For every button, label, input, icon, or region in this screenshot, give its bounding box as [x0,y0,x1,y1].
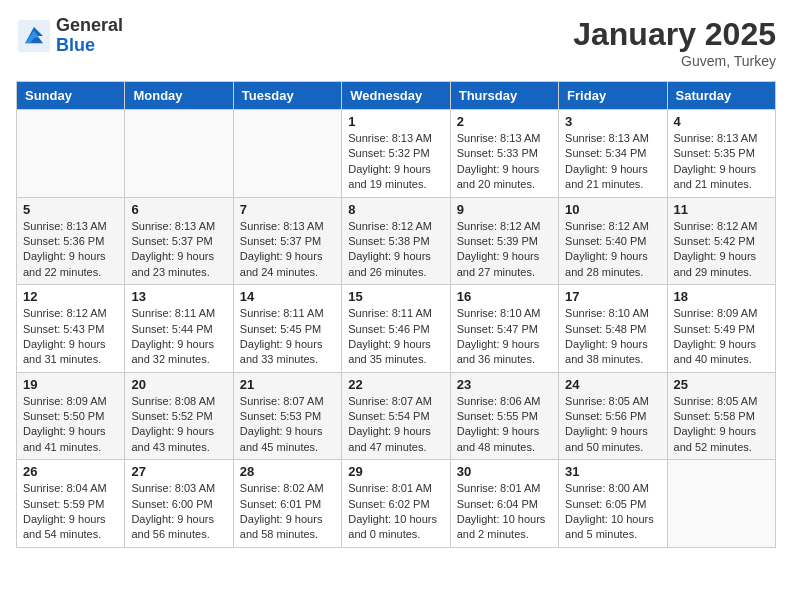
day-info: Sunrise: 8:13 AM Sunset: 5:34 PM Dayligh… [565,131,660,193]
day-cell: 28Sunrise: 8:02 AM Sunset: 6:01 PM Dayli… [233,460,341,548]
day-number: 3 [565,114,660,129]
day-info: Sunrise: 8:04 AM Sunset: 5:59 PM Dayligh… [23,481,118,543]
day-number: 12 [23,289,118,304]
day-number: 23 [457,377,552,392]
day-info: Sunrise: 8:12 AM Sunset: 5:40 PM Dayligh… [565,219,660,281]
day-cell: 15Sunrise: 8:11 AM Sunset: 5:46 PM Dayli… [342,285,450,373]
day-cell [667,460,775,548]
day-info: Sunrise: 8:01 AM Sunset: 6:04 PM Dayligh… [457,481,552,543]
location: Guvem, Turkey [573,53,776,69]
weekday-header-row: SundayMondayTuesdayWednesdayThursdayFrid… [17,82,776,110]
day-info: Sunrise: 8:10 AM Sunset: 5:47 PM Dayligh… [457,306,552,368]
day-number: 18 [674,289,769,304]
day-number: 4 [674,114,769,129]
logo-general: General [56,15,123,35]
day-cell: 2Sunrise: 8:13 AM Sunset: 5:33 PM Daylig… [450,110,558,198]
day-info: Sunrise: 8:13 AM Sunset: 5:35 PM Dayligh… [674,131,769,193]
day-cell: 17Sunrise: 8:10 AM Sunset: 5:48 PM Dayli… [559,285,667,373]
day-info: Sunrise: 8:03 AM Sunset: 6:00 PM Dayligh… [131,481,226,543]
day-info: Sunrise: 8:12 AM Sunset: 5:38 PM Dayligh… [348,219,443,281]
day-number: 22 [348,377,443,392]
day-cell: 1Sunrise: 8:13 AM Sunset: 5:32 PM Daylig… [342,110,450,198]
day-info: Sunrise: 8:13 AM Sunset: 5:32 PM Dayligh… [348,131,443,193]
day-cell: 20Sunrise: 8:08 AM Sunset: 5:52 PM Dayli… [125,372,233,460]
week-row-1: 1Sunrise: 8:13 AM Sunset: 5:32 PM Daylig… [17,110,776,198]
day-number: 5 [23,202,118,217]
day-number: 7 [240,202,335,217]
day-number: 8 [348,202,443,217]
day-cell [125,110,233,198]
day-cell: 9Sunrise: 8:12 AM Sunset: 5:39 PM Daylig… [450,197,558,285]
weekday-header-monday: Monday [125,82,233,110]
day-info: Sunrise: 8:13 AM Sunset: 5:33 PM Dayligh… [457,131,552,193]
day-info: Sunrise: 8:11 AM Sunset: 5:46 PM Dayligh… [348,306,443,368]
weekday-header-thursday: Thursday [450,82,558,110]
day-cell: 21Sunrise: 8:07 AM Sunset: 5:53 PM Dayli… [233,372,341,460]
weekday-header-friday: Friday [559,82,667,110]
day-number: 6 [131,202,226,217]
day-cell: 12Sunrise: 8:12 AM Sunset: 5:43 PM Dayli… [17,285,125,373]
day-info: Sunrise: 8:09 AM Sunset: 5:49 PM Dayligh… [674,306,769,368]
day-number: 10 [565,202,660,217]
day-number: 13 [131,289,226,304]
day-info: Sunrise: 8:05 AM Sunset: 5:56 PM Dayligh… [565,394,660,456]
weekday-header-saturday: Saturday [667,82,775,110]
day-info: Sunrise: 8:01 AM Sunset: 6:02 PM Dayligh… [348,481,443,543]
day-info: Sunrise: 8:05 AM Sunset: 5:58 PM Dayligh… [674,394,769,456]
day-info: Sunrise: 8:02 AM Sunset: 6:01 PM Dayligh… [240,481,335,543]
day-cell: 31Sunrise: 8:00 AM Sunset: 6:05 PM Dayli… [559,460,667,548]
day-info: Sunrise: 8:13 AM Sunset: 5:37 PM Dayligh… [131,219,226,281]
week-row-5: 26Sunrise: 8:04 AM Sunset: 5:59 PM Dayli… [17,460,776,548]
day-info: Sunrise: 8:11 AM Sunset: 5:44 PM Dayligh… [131,306,226,368]
day-number: 27 [131,464,226,479]
day-number: 15 [348,289,443,304]
day-number: 14 [240,289,335,304]
day-number: 9 [457,202,552,217]
day-number: 11 [674,202,769,217]
day-cell: 3Sunrise: 8:13 AM Sunset: 5:34 PM Daylig… [559,110,667,198]
week-row-4: 19Sunrise: 8:09 AM Sunset: 5:50 PM Dayli… [17,372,776,460]
day-number: 29 [348,464,443,479]
week-row-3: 12Sunrise: 8:12 AM Sunset: 5:43 PM Dayli… [17,285,776,373]
day-info: Sunrise: 8:00 AM Sunset: 6:05 PM Dayligh… [565,481,660,543]
day-cell: 19Sunrise: 8:09 AM Sunset: 5:50 PM Dayli… [17,372,125,460]
day-cell: 24Sunrise: 8:05 AM Sunset: 5:56 PM Dayli… [559,372,667,460]
day-info: Sunrise: 8:08 AM Sunset: 5:52 PM Dayligh… [131,394,226,456]
day-cell: 18Sunrise: 8:09 AM Sunset: 5:49 PM Dayli… [667,285,775,373]
day-number: 16 [457,289,552,304]
day-info: Sunrise: 8:07 AM Sunset: 5:54 PM Dayligh… [348,394,443,456]
day-cell: 26Sunrise: 8:04 AM Sunset: 5:59 PM Dayli… [17,460,125,548]
day-cell: 14Sunrise: 8:11 AM Sunset: 5:45 PM Dayli… [233,285,341,373]
month-title: January 2025 [573,16,776,53]
day-info: Sunrise: 8:12 AM Sunset: 5:39 PM Dayligh… [457,219,552,281]
day-cell: 29Sunrise: 8:01 AM Sunset: 6:02 PM Dayli… [342,460,450,548]
day-cell: 27Sunrise: 8:03 AM Sunset: 6:00 PM Dayli… [125,460,233,548]
day-number: 21 [240,377,335,392]
day-info: Sunrise: 8:13 AM Sunset: 5:36 PM Dayligh… [23,219,118,281]
day-cell: 13Sunrise: 8:11 AM Sunset: 5:44 PM Dayli… [125,285,233,373]
day-cell: 16Sunrise: 8:10 AM Sunset: 5:47 PM Dayli… [450,285,558,373]
day-cell: 10Sunrise: 8:12 AM Sunset: 5:40 PM Dayli… [559,197,667,285]
day-info: Sunrise: 8:10 AM Sunset: 5:48 PM Dayligh… [565,306,660,368]
day-number: 28 [240,464,335,479]
day-cell: 22Sunrise: 8:07 AM Sunset: 5:54 PM Dayli… [342,372,450,460]
week-row-2: 5Sunrise: 8:13 AM Sunset: 5:36 PM Daylig… [17,197,776,285]
day-cell: 5Sunrise: 8:13 AM Sunset: 5:36 PM Daylig… [17,197,125,285]
day-cell: 8Sunrise: 8:12 AM Sunset: 5:38 PM Daylig… [342,197,450,285]
day-number: 20 [131,377,226,392]
day-cell [17,110,125,198]
day-info: Sunrise: 8:06 AM Sunset: 5:55 PM Dayligh… [457,394,552,456]
weekday-header-sunday: Sunday [17,82,125,110]
logo-icon [16,18,52,54]
day-number: 24 [565,377,660,392]
day-number: 25 [674,377,769,392]
day-info: Sunrise: 8:11 AM Sunset: 5:45 PM Dayligh… [240,306,335,368]
weekday-header-tuesday: Tuesday [233,82,341,110]
day-cell: 4Sunrise: 8:13 AM Sunset: 5:35 PM Daylig… [667,110,775,198]
logo: General Blue [16,16,123,56]
calendar-table: SundayMondayTuesdayWednesdayThursdayFrid… [16,81,776,548]
page-header: General Blue January 2025 Guvem, Turkey [16,16,776,69]
day-cell: 11Sunrise: 8:12 AM Sunset: 5:42 PM Dayli… [667,197,775,285]
day-info: Sunrise: 8:13 AM Sunset: 5:37 PM Dayligh… [240,219,335,281]
day-number: 19 [23,377,118,392]
